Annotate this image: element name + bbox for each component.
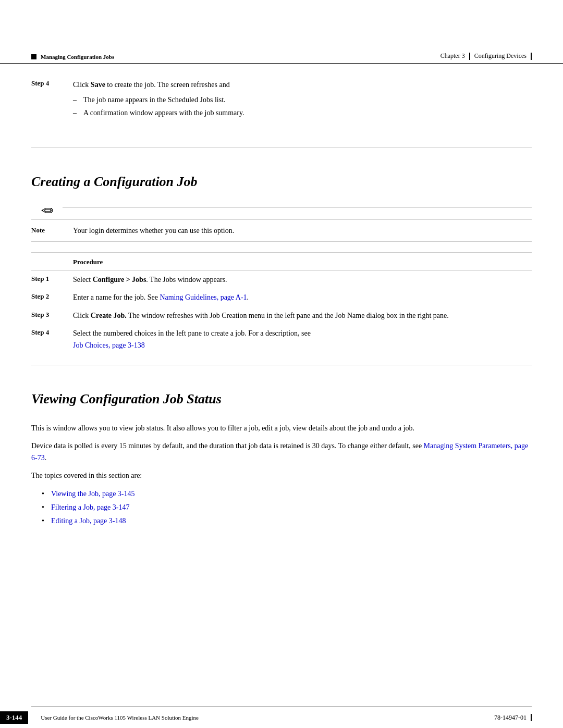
note-icon-row: ✏: [31, 200, 532, 219]
breadcrumb-text: Managing Configuration Jobs: [41, 54, 114, 60]
step-4-text-after: to create the job. The screen refreshes …: [105, 81, 230, 89]
proc-step-4-label: Step 4: [31, 328, 73, 337]
note-line: [63, 207, 532, 208]
step-4-bullets: The job name appears in the Scheduled Jo…: [73, 94, 532, 118]
chapter-info: Chapter 3 Configuring Devices: [440, 52, 532, 60]
proc-step-2-period: .: [247, 293, 249, 301]
topic-3: Editing a Job, page 3-148: [42, 515, 532, 527]
section1-heading: Creating a Configuration Job: [31, 174, 532, 190]
step-4-bold: Save: [91, 81, 105, 89]
section-divider-1: [31, 147, 532, 148]
viewing-para1: This is window allows you to view job st…: [31, 423, 532, 434]
bullet-item-1: The job name appears in the Scheduled Jo…: [73, 94, 532, 105]
proc-step-2-link[interactable]: Naming Guidelines, page A-1: [160, 293, 247, 301]
page: Managing Configuration Jobs Chapter 3 Co…: [0, 0, 563, 728]
page-number: 3-144: [0, 711, 28, 724]
page-header: Managing Configuration Jobs Chapter 3 Co…: [0, 0, 563, 64]
topic-3-link[interactable]: Editing a Job, page 3-148: [51, 517, 126, 525]
step-4-row: Step 4 Click Save to create the job. The…: [31, 79, 532, 120]
step-4-text-before: Click: [73, 81, 91, 89]
topics-list: Viewing the Job, page 3-145 Filtering a …: [42, 488, 532, 527]
proc-step-2-content: Enter a name for the job. See Naming Gui…: [73, 292, 532, 303]
page-footer: 3-144 User Guide for the CiscoWorks 1105…: [31, 707, 532, 728]
proc-step-3-after: The window refreshes with Job Creation m…: [127, 312, 449, 319]
note-text: Your login determines whether you can us…: [73, 225, 532, 236]
procedure-steps: Step 1 Select Configure > Jobs. The Jobs…: [31, 270, 532, 354]
header-divider: [469, 53, 470, 60]
viewing-topics-intro: The topics covered in this section are:: [31, 470, 532, 482]
step-4-content: Click Save to create the job. The screen…: [73, 79, 532, 120]
proc-step-4: Step 4 Select the numbered choices in th…: [31, 325, 532, 354]
note-icon: ✏: [31, 200, 63, 219]
pencil-icon: ✏: [41, 202, 53, 219]
footer-doc-number: 78-14947-01: [494, 714, 527, 722]
proc-step-2-text: Enter a name for the job. See: [73, 293, 160, 301]
section-breadcrumb: Managing Configuration Jobs: [31, 54, 114, 60]
header-divider-2: [531, 53, 532, 60]
viewing-section: This is window allows you to view job st…: [31, 417, 532, 529]
footer-guide: User Guide for the CiscoWorks 1105 Wirel…: [41, 714, 199, 721]
procedure-label: Procedure: [73, 258, 103, 266]
proc-step-4-link[interactable]: Job Choices, page 3-138: [73, 341, 145, 349]
note-box: ✏ Note Your login determines whether you…: [31, 200, 532, 242]
proc-step-3-content: Click Create Job. The window refreshes w…: [73, 310, 532, 322]
proc-step-3-bold: Create Job.: [91, 312, 127, 319]
topic-2-link[interactable]: Filtering a Job, page 3-147: [51, 503, 129, 511]
proc-step-1-after: . The Jobs window appears.: [146, 276, 227, 283]
proc-step-1: Step 1 Select Configure > Jobs. The Jobs…: [31, 271, 532, 289]
proc-step-2-label: Step 2: [31, 292, 73, 301]
proc-step-4-content: Select the numbered choices in the left …: [73, 328, 532, 351]
topic-2: Filtering a Job, page 3-147: [42, 502, 532, 513]
breadcrumb-square: [31, 54, 36, 59]
proc-step-3: Step 3 Click Create Job. The window refr…: [31, 307, 532, 325]
bullet-item-2: A confirmation window appears with the j…: [73, 107, 532, 118]
proc-step-1-before: Select: [73, 276, 93, 283]
chapter-title: Configuring Devices: [474, 52, 527, 60]
note-label: Note: [31, 225, 73, 235]
proc-step-1-label: Step 1: [31, 274, 73, 283]
topic-1-link[interactable]: Viewing the Job, page 3-145: [51, 490, 135, 498]
topic-1: Viewing the Job, page 3-145: [42, 488, 532, 500]
footer-left: 3-144 User Guide for the CiscoWorks 1105…: [31, 711, 199, 724]
top-step-section: Step 4 Click Save to create the job. The…: [31, 64, 532, 137]
step-4-label: Step 4: [31, 79, 73, 88]
note-content-row: Note Your login determines whether you c…: [31, 219, 532, 242]
proc-step-2: Step 2 Enter a name for the job. See Nam…: [31, 289, 532, 306]
procedure-section: Procedure Step 1 Select Configure > Jobs…: [31, 252, 532, 354]
section2-heading: Viewing Configuration Job Status: [31, 391, 532, 407]
footer-divider: [531, 714, 532, 721]
viewing-para2-text: Device data is polled is every 15 minute…: [31, 442, 424, 450]
proc-step-1-content: Select Configure > Jobs. The Jobs window…: [73, 274, 532, 286]
viewing-para2-period: .: [45, 454, 47, 462]
section-divider-2: [31, 365, 532, 365]
chapter-label: Chapter 3: [440, 52, 465, 60]
procedure-header: Procedure: [31, 252, 532, 270]
proc-step-3-label: Step 3: [31, 310, 73, 319]
proc-step-3-before: Click: [73, 312, 91, 319]
viewing-para2: Device data is polled is every 15 minute…: [31, 440, 532, 464]
footer-right: 78-14947-01: [494, 714, 532, 722]
proc-step-4-text: Select the numbered choices in the left …: [73, 329, 311, 337]
proc-step-1-bold: Configure > Jobs: [93, 276, 146, 283]
